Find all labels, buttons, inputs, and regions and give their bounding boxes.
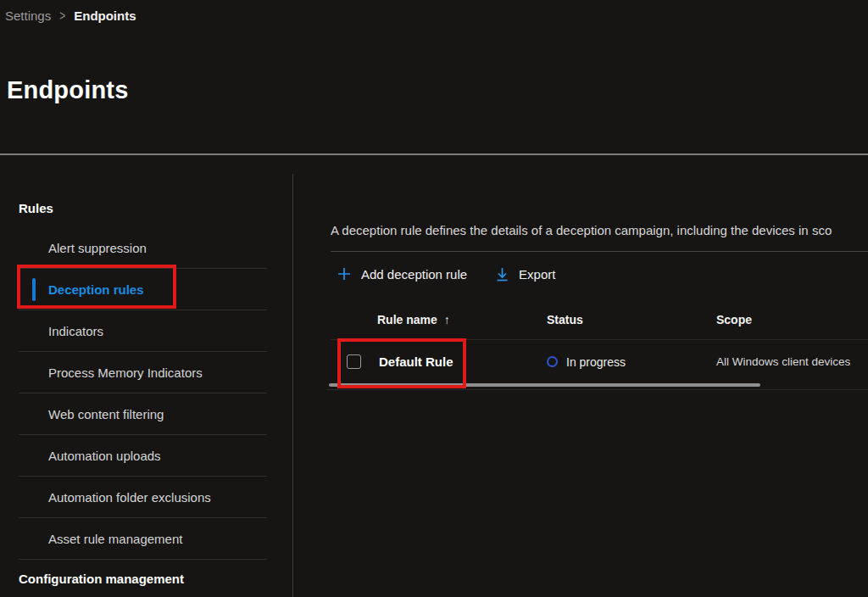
- sidebar-item-label: Automation folder exclusions: [48, 490, 211, 505]
- add-deception-rule-button[interactable]: Add deception rule: [337, 267, 467, 282]
- sidebar-item-label: Process Memory Indicators: [48, 365, 203, 380]
- status-value: In progress: [566, 355, 626, 369]
- toolbar: Add deception rule Export: [337, 261, 555, 287]
- sidebar-item-label: Alert suppression: [48, 241, 147, 255]
- rule-name-header-label: Rule name: [377, 313, 437, 326]
- endpoints-settings-page: { "colors": { "accent_blue": "#1b8ce0", …: [0, 0, 868, 597]
- deception-rule-description: A deception rule defines the details of …: [331, 223, 868, 237]
- sidebar-item-automation-folder-exclusions[interactable]: Automation folder exclusions: [0, 477, 292, 518]
- breadcrumb-settings-link[interactable]: Settings: [5, 8, 51, 23]
- sidebar-item-asset-rule-management[interactable]: Asset rule management: [0, 518, 292, 560]
- sidebar-item-process-memory-indicators[interactable]: Process Memory Indicators: [0, 352, 292, 393]
- sidebar-nav: Alert suppression Deception rules Indica…: [0, 227, 292, 560]
- export-label: Export: [519, 267, 555, 282]
- toolbar-divider: [331, 251, 868, 252]
- table-row-default-rule[interactable]: Default Rule In progress All Windows cli…: [331, 340, 868, 383]
- sidebar-item-alert-suppression[interactable]: Alert suppression: [0, 227, 292, 269]
- breadcrumb: Settings > Endpoints: [5, 8, 136, 23]
- sidebar-item-automation-uploads[interactable]: Automation uploads: [0, 435, 292, 477]
- sidebar-item-web-content-filtering[interactable]: Web content filtering: [0, 393, 292, 435]
- sort-ascending-icon: ↑: [444, 313, 450, 326]
- header-divider: [0, 153, 868, 155]
- column-header-status[interactable]: Status: [547, 313, 716, 326]
- sidebar-item-label: Automation uploads: [48, 449, 161, 463]
- export-button[interactable]: Export: [496, 267, 555, 282]
- add-deception-rule-label: Add deception rule: [361, 267, 467, 282]
- sidebar-item-label: Asset rule management: [48, 532, 182, 546]
- sidebar-section-configuration-management: Configuration management: [19, 572, 184, 586]
- page-title: Endpoints: [7, 76, 129, 104]
- table-header-row: Rule name ↑ Status Scope: [331, 313, 868, 326]
- download-icon: [496, 267, 509, 282]
- chevron-right-icon: >: [59, 8, 65, 23]
- sidebar-item-indicators[interactable]: Indicators: [0, 310, 292, 352]
- sidebar-item-deception-rules[interactable]: Deception rules: [0, 269, 292, 310]
- sidebar-item-label: Indicators: [48, 324, 103, 338]
- horizontal-scrollbar-thumb[interactable]: [329, 383, 760, 387]
- row-checkbox[interactable]: [347, 354, 361, 369]
- column-header-scope[interactable]: Scope: [716, 313, 868, 326]
- sidebar-divider: [292, 174, 293, 597]
- sidebar-item-label: Web content filtering: [48, 407, 164, 421]
- plus-icon: [337, 267, 351, 281]
- rule-name-cell: Default Rule: [331, 354, 547, 369]
- sidebar-section-rules: Rules: [19, 201, 53, 215]
- scope-cell: All Windows client devices: [716, 355, 868, 368]
- selected-indicator-bar: [32, 278, 36, 301]
- column-header-rule-name[interactable]: Rule name ↑: [331, 313, 547, 326]
- sidebar-item-label: Deception rules: [48, 282, 144, 297]
- rule-name-value: Default Rule: [379, 354, 453, 369]
- status-cell: In progress: [547, 355, 716, 369]
- in-progress-status-icon: [547, 356, 558, 367]
- breadcrumb-current: Endpoints: [74, 8, 136, 23]
- table-bottom-divider: [326, 389, 868, 390]
